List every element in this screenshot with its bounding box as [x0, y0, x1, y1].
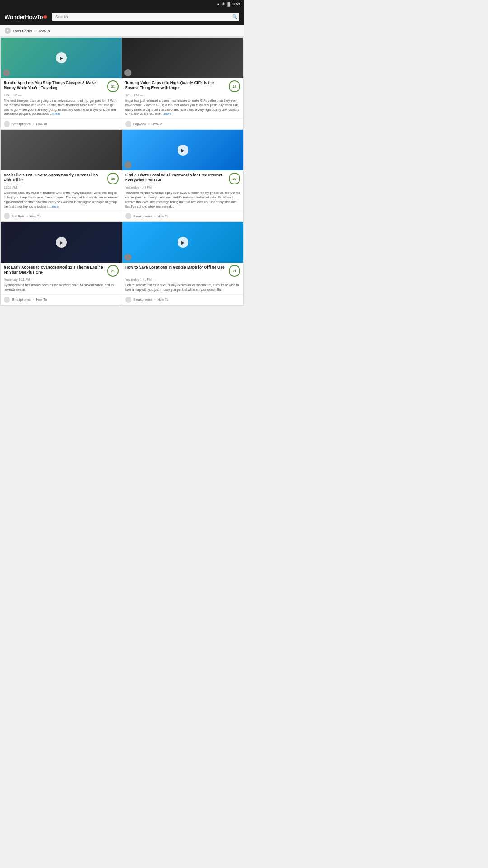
card-meta: Yesterday 1:41 PM —	[125, 278, 240, 281]
card-excerpt: Welcome back, my nascent hackers! One of…	[4, 191, 119, 208]
card-title-row: Hack Like a Pro: How to Anonymously Torr…	[4, 173, 119, 184]
avatar	[124, 254, 131, 261]
card-excerpt: Imgur has just released a brand new feat…	[125, 99, 240, 116]
card-title-row: Turning Video Clips into High-Quality GI…	[125, 80, 240, 92]
search-button[interactable]: 🔍	[232, 14, 238, 19]
card-excerpt: CyanogenMod has always been on the foref…	[4, 283, 119, 292]
footer-icon	[125, 121, 131, 127]
footer-separator: »	[148, 123, 150, 126]
card-footer: Null Byte » How-To	[1, 211, 122, 221]
status-bar: ▲ ✈ ▓ 3:52	[0, 0, 244, 8]
card-footer: Smartphones » How-To	[1, 294, 122, 305]
card-excerpt: The next time you plan on going on an ad…	[4, 99, 119, 116]
footer-subcategory[interactable]: How-To	[158, 298, 169, 301]
card-5[interactable]: ▶ Get Early Access to CyanogenMod 12's T…	[1, 222, 122, 305]
play-button[interactable]: ▶	[178, 237, 188, 248]
wifi-icon: ▲	[216, 2, 221, 6]
card-excerpt: Before heading out for a hike, or any ex…	[125, 283, 240, 292]
footer-separator: »	[154, 215, 156, 218]
footer-subcategory[interactable]: How-To	[30, 215, 41, 218]
footer-icon	[4, 213, 10, 219]
footer-subcategory[interactable]: How-To	[158, 215, 169, 218]
footer-subcategory[interactable]: How-To	[151, 123, 162, 126]
score-badge: 21	[107, 80, 119, 92]
card-footer: Smartphones » How-To	[122, 294, 243, 305]
card-body: How to Save Locations in Google Maps for…	[122, 263, 243, 294]
card-3[interactable]: Hack Like a Pro: How to Anonymously Torr…	[1, 130, 122, 221]
footer-separator: »	[154, 298, 156, 301]
app-logo[interactable]: WonderHowTo●	[5, 13, 47, 21]
card-image	[1, 130, 122, 170]
footer-icon	[4, 297, 10, 303]
footer-subcategory[interactable]: How-To	[36, 123, 47, 126]
score-badge: 25	[107, 173, 119, 184]
card-footer: Smartphones » How-To	[1, 118, 122, 129]
card-meta: Yesterday 3:11 PM —	[4, 278, 119, 281]
card-title-row: Find & Share Local Wi-Fi Passwords for F…	[125, 173, 240, 184]
play-button[interactable]: ▶	[56, 237, 67, 248]
card-2[interactable]: Turning Video Clips into High-Quality GI…	[122, 38, 243, 129]
avatar	[3, 69, 10, 76]
more-link[interactable]: ...more	[49, 205, 59, 208]
card-meta: 12:43 PM —	[4, 94, 119, 97]
footer-category[interactable]: Digiwonk	[133, 123, 146, 126]
card-body: Get Early Access to CyanogenMod 12's The…	[1, 263, 122, 294]
app-header: WonderHowTo● 🔍	[0, 8, 244, 25]
logo-dot: ●	[43, 13, 47, 20]
card-image: ▶	[1, 222, 122, 263]
breadcrumb-separator: »	[34, 29, 36, 33]
card-image: ▶	[1, 38, 122, 78]
card-excerpt: Thanks to Verizon Wireless, I pay over $…	[125, 191, 240, 208]
footer-category[interactable]: Null Byte	[12, 215, 24, 218]
card-title-row: Roadie App Lets You Ship Things Cheaper …	[4, 80, 119, 92]
card-footer: Smartphones » How-To	[122, 211, 243, 221]
plane-icon: ✈	[222, 2, 225, 6]
play-button[interactable]: ▶	[178, 145, 188, 156]
score-badge: 21	[107, 265, 119, 277]
footer-icon	[125, 297, 131, 303]
card-title-row: How to Save Locations in Google Maps for…	[125, 265, 240, 277]
score-badge: 18	[229, 80, 240, 92]
footer-separator: »	[26, 215, 28, 218]
card-image: ▶	[122, 130, 243, 170]
score-badge: 28	[229, 173, 240, 184]
score-badge: 21	[229, 265, 240, 277]
avatar	[124, 69, 131, 76]
card-title: Hack Like a Pro: How to Anonymously Torr…	[4, 173, 105, 183]
search-input[interactable]	[52, 13, 239, 21]
card-4[interactable]: ▶ Find & Share Local Wi-Fi Passwords for…	[122, 130, 243, 221]
card-title: How to Save Locations in Google Maps for…	[125, 265, 227, 270]
card-footer: Digiwonk » How-To	[122, 118, 243, 129]
more-link[interactable]: ...more	[162, 112, 172, 115]
battery-icon: ▓	[227, 2, 230, 6]
footer-separator: »	[33, 123, 34, 126]
footer-icon	[4, 121, 10, 127]
breadcrumb: ✦ Food Hacks » How-To	[0, 25, 244, 37]
status-icons: ▲ ✈ ▓ 3:52	[216, 2, 241, 6]
card-title: Turning Video Clips into High-Quality GI…	[125, 80, 227, 90]
card-body: Find & Share Local Wi-Fi Passwords for F…	[122, 170, 243, 211]
logo-text: WonderHowTo●	[5, 13, 47, 21]
cards-grid: ▶ Roadie App Lets You Ship Things Cheape…	[0, 37, 244, 306]
card-title: Get Early Access to CyanogenMod 12's The…	[4, 265, 105, 275]
breadcrumb-category[interactable]: Food Hacks	[13, 29, 32, 33]
card-meta: Yesterday 4:49 PM —	[125, 186, 240, 189]
play-button[interactable]: ▶	[56, 52, 67, 63]
avatar	[124, 161, 131, 169]
card-image	[122, 38, 243, 78]
footer-subcategory[interactable]: How-To	[36, 298, 47, 301]
card-1[interactable]: ▶ Roadie App Lets You Ship Things Cheape…	[1, 38, 122, 129]
card-title: Find & Share Local Wi-Fi Passwords for F…	[125, 173, 227, 183]
breadcrumb-icon: ✦	[5, 28, 11, 34]
more-link[interactable]: ...more	[50, 112, 60, 115]
time-display: 3:52	[232, 2, 240, 6]
footer-category[interactable]: Smartphones	[133, 298, 152, 301]
footer-category[interactable]: Smartphones	[12, 298, 31, 301]
card-image: ▶	[122, 222, 243, 263]
card-6[interactable]: ▶ How to Save Locations in Google Maps f…	[122, 222, 243, 305]
card-body: Roadie App Lets You Ship Things Cheaper …	[1, 78, 122, 118]
breadcrumb-subcategory[interactable]: How-To	[38, 29, 50, 33]
footer-category[interactable]: Smartphones	[12, 123, 31, 126]
footer-category[interactable]: Smartphones	[133, 215, 152, 218]
footer-separator: »	[33, 298, 34, 301]
